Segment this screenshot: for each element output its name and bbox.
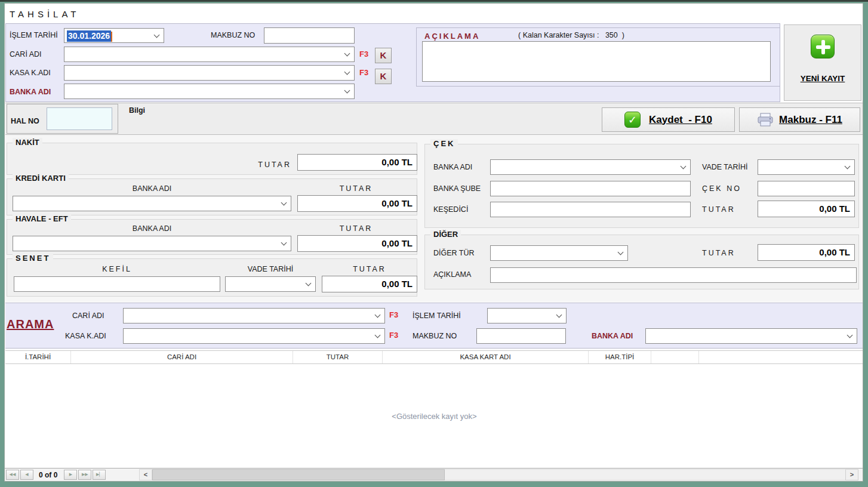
arama-cari-f3-hint: F3 [389, 310, 398, 319]
arama-islem-tarihi-label: İŞLEM TARİHİ [413, 312, 461, 320]
kaydet-label: Kaydet - F10 [649, 114, 712, 126]
havale-banka-adi-label: BANKA ADI [13, 224, 291, 233]
havale-tutar-input[interactable]: 0,00 TL [297, 235, 417, 252]
chevron-down-icon [375, 312, 381, 318]
makbuz-no-input[interactable] [264, 27, 355, 44]
havale-tutar-label: TUTAR [297, 224, 415, 233]
cek-banka-sube-label: BANKA ŞUBE [433, 184, 481, 193]
arama-cari-adi-combo[interactable] [123, 308, 385, 323]
cek-no-input[interactable] [758, 181, 855, 196]
kasa-kadi-f3-hint: F3 [359, 68, 368, 77]
hal-no-input[interactable] [47, 107, 112, 130]
arama-kasa-kadi-label: KASA K.ADI [65, 332, 106, 340]
scroll-right-button[interactable]: > [845, 469, 858, 480]
scroll-left-button[interactable]: < [139, 469, 152, 480]
nakit-title: NAKİT [13, 138, 42, 147]
cek-kesedici-label: KEŞEDİCİ [433, 205, 468, 214]
aciklama-textarea[interactable] [422, 41, 771, 82]
nakit-tutar-label: TUTAR [232, 161, 291, 169]
islem-tarihi-value: 30.01.2026 [67, 30, 111, 42]
cek-banka-adi-combo[interactable] [490, 159, 691, 175]
kredi-tutar-label: TUTAR [297, 184, 415, 193]
cek-title: ÇEK [430, 139, 458, 148]
chevron-down-icon [344, 69, 350, 75]
last-record-button[interactable]: ▶▏ [93, 470, 106, 480]
diger-tutar-input[interactable]: 0,00 TL [758, 244, 855, 261]
column-header-empty[interactable] [651, 351, 699, 363]
horizontal-scrollbar-thumb[interactable] [152, 469, 445, 480]
makbuz-label: Makbuz - F11 [779, 114, 842, 126]
chevron-down-icon [344, 51, 350, 57]
arama-kasa-kadi-combo[interactable] [123, 328, 385, 344]
cek-vade-tarihi-combo[interactable] [758, 159, 855, 175]
bilgi-label: Bilgi [129, 106, 145, 115]
cari-adi-combo[interactable] [64, 47, 355, 62]
hal-no-label: HAL NO [11, 117, 39, 125]
grid-body: <Gösterilecek kayıt yok> [5, 364, 863, 468]
havale-banka-adi-combo[interactable] [13, 236, 291, 251]
islem-tarihi-combo[interactable]: 30.01.2026 [64, 28, 164, 43]
islem-tarihi-label: İŞLEM TARİHİ [10, 31, 58, 39]
tahsilat-window: TAHSİLAT İŞLEM TARİHİ 30.01.2026 MAKBUZ … [4, 3, 863, 482]
kredi-tutar-input[interactable]: 0,00 TL [297, 195, 417, 212]
printer-icon [757, 113, 774, 127]
cek-banka-sube-input[interactable] [490, 181, 691, 196]
diger-tur-label: DİĞER TÜR [433, 249, 475, 257]
chevron-down-icon [847, 332, 853, 338]
arama-islem-tarihi-combo[interactable] [487, 308, 567, 323]
chevron-down-icon [845, 164, 851, 169]
fast-forward-button[interactable]: ▶▶ [78, 470, 91, 480]
kredi-banka-adi-label: BANKA ADI [13, 184, 291, 193]
cek-tutar-input[interactable]: 0,00 TL [758, 201, 855, 217]
column-header-cari-adi[interactable]: CARİ ADI [71, 351, 293, 363]
chevron-down-icon [681, 164, 687, 169]
senet-tutar-input[interactable]: 0,00 TL [322, 276, 417, 292]
grid-empty-message: <Gösterilecek kayıt yok> [5, 412, 863, 421]
nakit-tutar-input[interactable]: 0,00 TL [297, 154, 417, 171]
aciklama-label: AÇIKLAMA [424, 32, 480, 41]
senet-kefil-input[interactable] [14, 276, 220, 292]
column-header-kasa-kart-adi[interactable]: KASA KART ADI [383, 351, 589, 363]
text-caret [111, 32, 112, 42]
diger-tur-combo[interactable] [490, 245, 628, 261]
cek-banka-adi-label: BANKA ADI [433, 163, 472, 171]
chevron-down-icon [306, 281, 312, 286]
makbuz-button[interactable]: Makbuz - F11 [739, 107, 860, 132]
cari-adi-k-button[interactable]: K [375, 48, 392, 63]
senet-kefil-label: KEFİL [14, 265, 220, 273]
cek-tutar-label: TUTAR [702, 205, 735, 214]
cari-adi-f3-hint: F3 [359, 50, 368, 58]
senet-vade-tarihi-combo[interactable] [225, 276, 316, 292]
kalan-karakter-counter: ( Kalan Karakter Sayısı : 350 ) [518, 31, 624, 39]
kasa-kadi-label: KASA K.ADI [10, 69, 51, 77]
column-header-tutar[interactable]: TUTAR [293, 351, 383, 363]
kasa-kadi-k-button[interactable]: K [375, 69, 392, 84]
kaydet-button[interactable]: ✓ Kaydet - F10 [602, 107, 735, 132]
column-header-har-tipi[interactable]: HAR.TİPİ [589, 351, 651, 363]
kredi-banka-adi-combo[interactable] [13, 196, 291, 211]
next-record-button[interactable]: ▶ [64, 470, 77, 480]
chevron-down-icon [618, 249, 624, 255]
banka-adi-combo[interactable] [64, 84, 355, 99]
yeni-kayit-button[interactable]: YENİ KAYIT [784, 24, 861, 101]
arama-title: ARAMA [7, 318, 54, 331]
arama-banka-adi-combo[interactable] [645, 328, 857, 344]
first-record-button[interactable]: ◀◀ [6, 470, 19, 480]
column-header-itarihi[interactable]: İ.TARİHİ [5, 351, 71, 363]
chevron-down-icon [344, 88, 350, 94]
cek-kesedici-input[interactable] [490, 202, 691, 217]
diger-tutar-label: TUTAR [702, 249, 735, 257]
record-navigator-bar: ◀◀ ◀ 0 of 0 ▶ ▶▶ ▶▏ < > [5, 468, 863, 481]
arama-makbuz-no-label: MAKBUZ NO [413, 332, 457, 340]
chevron-down-icon [281, 240, 287, 246]
arama-kasa-f3-hint: F3 [389, 331, 398, 340]
arama-makbuz-no-input[interactable] [476, 328, 566, 344]
diger-aciklama-input[interactable] [490, 267, 857, 283]
grid-header-row: İ.TARİHİ CARİ ADI TUTAR KASA KART ADI HA… [5, 350, 863, 364]
cek-vade-tarihi-label: VADE TARİHİ [702, 163, 747, 171]
makbuz-no-label: MAKBUZ NO [211, 31, 255, 39]
record-count: 0 of 0 [33, 471, 63, 479]
kasa-kadi-combo[interactable] [64, 65, 355, 81]
kredi-karti-title: KREDİ KARTI [13, 174, 69, 183]
prev-record-button[interactable]: ◀ [20, 470, 33, 480]
